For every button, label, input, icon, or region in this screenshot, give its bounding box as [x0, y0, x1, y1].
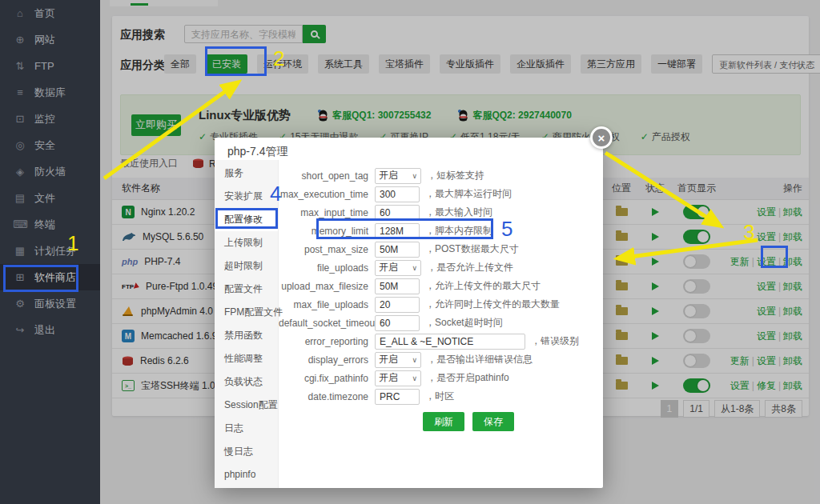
- modal-menu-上传限制[interactable]: 上传限制: [215, 231, 278, 254]
- modal-menu-超时限制[interactable]: 超时限制: [215, 254, 278, 278]
- chevron-down-icon: ∨: [412, 264, 417, 272]
- modal-menu: 服务安装扩展配置修改上传限制超时限制配置文件FPM配置文件禁用函数性能调整负载状…: [215, 160, 279, 488]
- config-input-default_socket_timeout[interactable]: [375, 315, 420, 331]
- config-row-cgi.fix_pathinfo: cgi.fix_pathinfo开启∨，是否开启pathinfo: [279, 369, 603, 387]
- config-form: short_open_tag开启∨，短标签支持max_execution_tim…: [279, 160, 603, 488]
- config-desc: ，时区: [425, 390, 454, 403]
- config-select-cgi.fix_pathinfo[interactable]: 开启∨: [375, 370, 421, 386]
- config-row-display_errors: display_errors开启∨，是否输出详细错误信息: [279, 350, 603, 369]
- config-input-upload_max_filesize[interactable]: [375, 278, 420, 294]
- config-row-max_file_uploads: max_file_uploads，允许同时上传文件的最大数量: [279, 295, 603, 314]
- config-desc: ，是否输出详细错误信息: [427, 353, 533, 366]
- modal-menu-慢日志[interactable]: 慢日志: [215, 440, 278, 463]
- chevron-down-icon: ∨: [412, 356, 417, 364]
- config-row-date.timezone: date.timezone，时区: [279, 387, 603, 406]
- config-row-memory_limit: memory_limit，脚本内存限制: [279, 222, 603, 240]
- config-label: file_uploads: [279, 262, 375, 274]
- config-row-default_socket_timeout: default_socket_timeout，Socket超时时间: [279, 314, 603, 332]
- select-value: 开启: [379, 261, 398, 274]
- config-label: max_file_uploads: [279, 299, 375, 310]
- select-value: 开启: [379, 353, 398, 366]
- config-label: short_open_tag: [279, 170, 375, 182]
- config-label: post_max_size: [279, 244, 375, 255]
- config-row-error_reporting: error_reporting，错误级别: [279, 332, 603, 350]
- config-row-upload_max_filesize: upload_max_filesize，允许上传文件的最大尺寸: [279, 277, 603, 295]
- modal-menu-性能调整[interactable]: 性能调整: [215, 347, 278, 370]
- config-label: display_errors: [279, 354, 375, 366]
- config-desc: ，Socket超时时间: [425, 316, 503, 330]
- config-input-date.timezone[interactable]: [375, 389, 420, 405]
- config-desc: ，最大脚本运行时间: [425, 187, 512, 201]
- php-manage-modal: php-7.4管理 × 服务安装扩展配置修改上传限制超时限制配置文件FPM配置文…: [215, 138, 603, 488]
- config-desc: ，脚本内存限制: [425, 224, 492, 238]
- config-row-file_uploads: file_uploads开启∨，是否允许上传文件: [279, 258, 603, 277]
- config-desc: ，短标签支持: [427, 169, 484, 182]
- config-label: date.timezone: [279, 391, 375, 402]
- close-icon[interactable]: ×: [590, 126, 613, 149]
- config-row-max_input_time: max_input_time，最大输入时间: [279, 203, 603, 222]
- config-row-max_execution_time: max_execution_time，最大脚本运行时间: [279, 185, 603, 203]
- modal-menu-日志[interactable]: 日志: [215, 417, 278, 440]
- modal-menu-Session配置[interactable]: Session配置: [215, 394, 278, 417]
- config-label: max_input_time: [279, 207, 375, 218]
- config-input-memory_limit[interactable]: [375, 223, 420, 239]
- config-input-error_reporting[interactable]: [375, 334, 525, 350]
- config-select-file_uploads[interactable]: 开启∨: [375, 260, 421, 276]
- config-input-post_max_size[interactable]: [375, 242, 420, 258]
- config-desc: ，允许同时上传文件的最大数量: [425, 298, 560, 311]
- chevron-down-icon: ∨: [412, 172, 417, 180]
- config-row-post_max_size: post_max_size，POST数据最大尺寸: [279, 240, 603, 258]
- modal-menu-禁用函数[interactable]: 禁用函数: [215, 324, 278, 347]
- config-row-short_open_tag: short_open_tag开启∨，短标签支持: [279, 166, 603, 185]
- modal-menu-phpinfo[interactable]: phpinfo: [215, 463, 278, 486]
- config-label: error_reporting: [279, 336, 375, 347]
- refresh-button[interactable]: 刷新: [423, 412, 464, 431]
- config-label: cgi.fix_pathinfo: [279, 373, 375, 384]
- modal-menu-负载状态[interactable]: 负载状态: [215, 370, 278, 394]
- modal-menu-安装扩展[interactable]: 安装扩展: [215, 185, 278, 208]
- modal-menu-FPM配置文件[interactable]: FPM配置文件: [215, 301, 278, 324]
- form-buttons: 刷新保存: [423, 412, 603, 431]
- save-button[interactable]: 保存: [472, 412, 514, 431]
- config-select-short_open_tag[interactable]: 开启∨: [375, 168, 421, 184]
- config-label: max_execution_time: [279, 189, 375, 200]
- config-label: memory_limit: [279, 226, 375, 237]
- chevron-down-icon: ∨: [412, 374, 417, 382]
- config-label: default_socket_timeout: [279, 318, 375, 329]
- modal-title: php-7.4管理: [215, 138, 603, 158]
- config-select-display_errors[interactable]: 开启∨: [375, 352, 421, 368]
- config-desc: ，POST数据最大尺寸: [425, 242, 519, 256]
- modal-menu-配置修改[interactable]: 配置修改: [215, 208, 278, 231]
- config-label: upload_max_filesize: [279, 281, 375, 292]
- config-input-max_file_uploads[interactable]: [375, 297, 420, 313]
- select-value: 开启: [379, 371, 398, 385]
- config-desc: ，是否允许上传文件: [427, 261, 513, 274]
- select-value: 开启: [379, 169, 398, 182]
- config-desc: ，最大输入时间: [425, 206, 492, 219]
- modal-menu-服务[interactable]: 服务: [215, 162, 278, 185]
- modal-menu-配置文件[interactable]: 配置文件: [215, 278, 278, 301]
- config-input-max_input_time[interactable]: [375, 205, 420, 221]
- config-desc: ，是否开启pathinfo: [427, 371, 509, 385]
- config-input-max_execution_time[interactable]: [375, 186, 420, 202]
- config-desc: ，允许上传文件的最大尺寸: [425, 279, 541, 293]
- config-desc: ，错误级别: [531, 334, 579, 348]
